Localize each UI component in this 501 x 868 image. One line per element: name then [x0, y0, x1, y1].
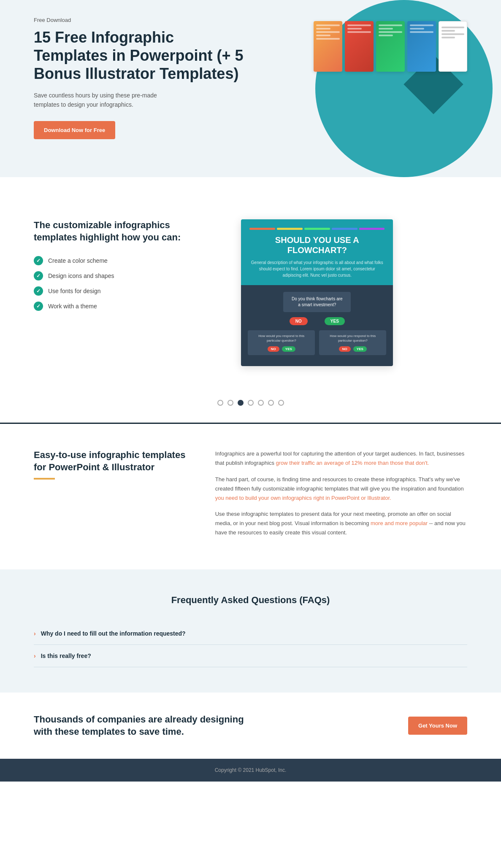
info-title: Easy-to-use infographic templates for Po…: [34, 449, 190, 473]
flow-no-button: NO: [290, 317, 308, 325]
flow-sub-yes-2: YES: [353, 346, 367, 352]
template-preview-4: [407, 21, 436, 72]
line-dec: [441, 27, 464, 28]
bar-green: [304, 228, 330, 230]
faq-item-2[interactable]: › Is this really free?: [34, 645, 467, 667]
hero-visual: [251, 17, 468, 72]
get-yours-button[interactable]: Get Yours Now: [408, 717, 467, 735]
flow-sub-btns-2: NO YES: [322, 346, 383, 352]
line-dec: [379, 24, 402, 26]
line-dec: [316, 38, 340, 40]
carousel-dot-7[interactable]: [278, 400, 284, 406]
color-bars: [249, 228, 385, 230]
hero-title: 15 Free Infographic Templates in Powerpo…: [34, 28, 251, 83]
feature-item-3: ✓ Use fonts for design: [34, 286, 216, 296]
info-paragraph-3: Use these infographic templates to prese…: [215, 509, 467, 537]
info-highlight-1: grow their traffic an average of 12% mor…: [276, 460, 429, 466]
faq-question-2: Is this really free?: [41, 652, 91, 659]
infographic-title: SHOULD YOU USE A FLOWCHART?: [249, 235, 385, 255]
flow-sub-text-1: How would you respond to this particular…: [251, 334, 311, 343]
hero-content: Free Download 15 Free Infographic Templa…: [34, 17, 251, 139]
cta-title: Thousands of companies are already desig…: [34, 714, 245, 738]
line-dec: [410, 28, 424, 30]
line-dec: [316, 28, 330, 30]
hero-template-images: [314, 21, 467, 72]
flow-sub-yes-1: YES: [282, 346, 295, 352]
infographic-header: SHOULD YOU USE A FLOWCHART? General desc…: [241, 219, 393, 285]
line-dec: [379, 35, 393, 36]
footer-copyright: Copyright © 2021 HubSpot, Inc.: [8, 767, 493, 773]
flow-sub-no-1: NO: [268, 346, 279, 352]
template-preview-3: [376, 21, 405, 72]
title-underline: [34, 478, 55, 480]
carousel-dots: [0, 391, 501, 424]
carousel-dot-3[interactable]: [238, 400, 244, 406]
infographic-body: Do you think flowcharts are a smart inve…: [241, 285, 393, 366]
carousel-dot-6[interactable]: [268, 400, 274, 406]
line-dec: [410, 31, 433, 33]
cta-section: Thousands of companies are already desig…: [0, 693, 501, 759]
feature-item-2: ✓ Design icons and shapes: [34, 271, 216, 280]
bar-purple: [359, 228, 385, 230]
template-preview-5: [439, 21, 467, 72]
line-dec: [379, 28, 393, 30]
hero-section: Free Download 15 Free Infographic Templa…: [0, 0, 501, 177]
flow-sub-card-1: How would you respond to this particular…: [248, 330, 315, 355]
faq-item-1[interactable]: › Why do I need to fill out the informat…: [34, 623, 467, 645]
spacer-1: [0, 177, 501, 202]
info-left: Easy-to-use infographic templates for Po…: [34, 449, 190, 479]
flow-sub-no-2: NO: [339, 346, 351, 352]
line-dec: [347, 24, 371, 26]
carousel-dot-5[interactable]: [258, 400, 264, 406]
feature-label-3: Use fonts for design: [48, 288, 101, 294]
features-title: The customizable infographics templates …: [34, 219, 216, 243]
check-icon-2: ✓: [34, 271, 43, 280]
check-icon-1: ✓: [34, 256, 43, 265]
line-dec: [347, 28, 362, 30]
template-preview-1: [314, 21, 342, 72]
check-icon-4: ✓: [34, 302, 43, 311]
info-highlight-3: more and more popular: [371, 520, 428, 526]
hero-subtitle: Save countless hours by using these pre-…: [34, 91, 177, 110]
info-highlight-2: you need to build your own infographics …: [215, 495, 391, 501]
line-dec: [410, 24, 433, 26]
infographic-preview-card: SHOULD YOU USE A FLOWCHART? General desc…: [241, 219, 393, 366]
download-button[interactable]: Download Now for Free: [34, 121, 115, 139]
bar-blue: [332, 228, 357, 230]
carousel-dot-4[interactable]: [248, 400, 254, 406]
info-right: Infographics are a powerful tool for cap…: [215, 449, 467, 544]
carousel-dot-2[interactable]: [227, 400, 233, 406]
bar-yellow: [277, 228, 303, 230]
hero-badge: Free Download: [34, 17, 251, 23]
bar-orange: [249, 228, 275, 230]
flow-sub-row: How would you respond to this particular…: [248, 330, 386, 355]
line-dec: [316, 31, 340, 33]
flow-yes-button: YES: [325, 317, 345, 325]
faq-title: Frequently Asked Questions (FAQs): [34, 595, 467, 606]
flow-main-question: Do you think flowcharts are a smart inve…: [283, 292, 351, 312]
line-dec: [441, 37, 455, 38]
template-preview-2: [345, 21, 374, 72]
page-footer: Copyright © 2021 HubSpot, Inc.: [0, 759, 501, 782]
chevron-right-icon-2: ›: [34, 652, 36, 659]
features-right: SHOULD YOU USE A FLOWCHART? General desc…: [241, 219, 458, 366]
line-dec: [316, 35, 330, 36]
feature-item-4: ✓ Work with a theme: [34, 302, 216, 311]
feature-label-2: Design icons and shapes: [48, 272, 114, 279]
features-left: The customizable infographics templates …: [34, 219, 216, 317]
feature-label-4: Work with a theme: [48, 303, 97, 310]
infographic-description: General description of what your infogra…: [249, 259, 385, 278]
flow-sub-text-2: How would you respond to this particular…: [322, 334, 383, 343]
chevron-right-icon-1: ›: [34, 630, 36, 637]
line-dec: [379, 31, 402, 33]
faq-section: Frequently Asked Questions (FAQs) › Why …: [0, 569, 501, 693]
line-dec: [316, 24, 340, 26]
feature-item-1: ✓ Create a color scheme: [34, 256, 216, 265]
faq-question-1: Why do I need to fill out the informatio…: [41, 630, 186, 637]
info-paragraph-2: The hard part, of course, is finding tim…: [215, 475, 467, 503]
flow-yes-no-row: NO YES: [248, 317, 386, 325]
line-dec: [441, 30, 455, 32]
carousel-dot-1[interactable]: [217, 400, 223, 406]
line-dec: [347, 31, 371, 33]
info-section: Easy-to-use infographic templates for Po…: [0, 424, 501, 569]
